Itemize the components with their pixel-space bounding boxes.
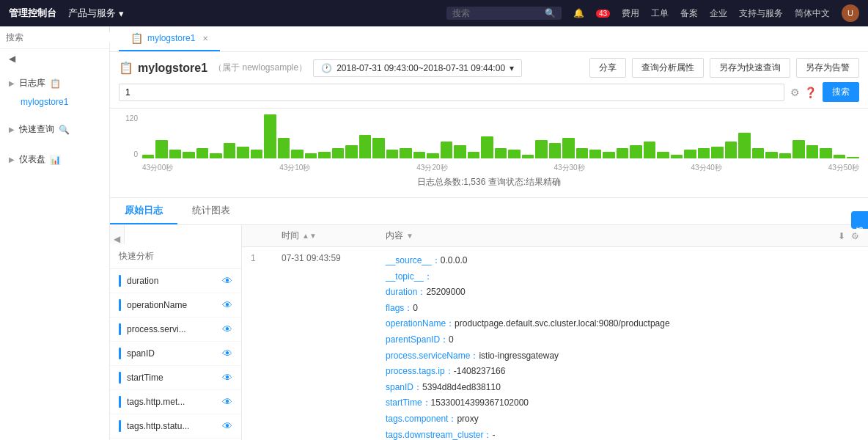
user-avatar[interactable]: U: [842, 4, 859, 22]
search-icon: 🔍: [545, 8, 556, 18]
store-title: 📋 mylogstore1: [119, 61, 207, 75]
chart-bar: [792, 140, 804, 158]
eye-icon[interactable]: 👁: [222, 275, 232, 287]
sidebar-search-input[interactable]: [6, 32, 116, 43]
log-key: process.serviceName：: [386, 351, 479, 361]
row-time: 07-31 09:43:59: [282, 253, 377, 263]
share-button[interactable]: 分享: [589, 58, 626, 78]
sidebar-item-logstore[interactable]: ▶ 日志库 📋: [0, 73, 109, 94]
save-query-button[interactable]: 另存为快速查询: [710, 58, 790, 78]
search-button[interactable]: 搜索: [823, 82, 859, 102]
qa-item-duration[interactable]: duration 👁: [110, 269, 241, 293]
chart-bar: [535, 140, 547, 158]
help-icon[interactable]: ❓: [804, 87, 817, 98]
content-area: 📋 mylogstore1 ✕ 📋 mylogstore1 （属于 newlog…: [110, 26, 868, 440]
chart-bar: [820, 148, 831, 158]
query-input-row: ⚙ ❓ 搜索: [119, 82, 859, 102]
chart-bar: [210, 153, 221, 158]
tab-bar: 📋 mylogstore1 ✕: [110, 26, 868, 52]
x-label-2: 43分20秒: [416, 163, 447, 173]
close-icon[interactable]: ✕: [202, 34, 208, 43]
eye-icon-6[interactable]: 👁: [222, 396, 232, 408]
log-key: tags.component：: [386, 414, 457, 424]
eye-icon-3[interactable]: 👁: [222, 323, 232, 335]
qa-item-tags-http-status[interactable]: tags.http.statu... 👁: [110, 414, 241, 439]
chart-bar: [589, 150, 601, 158]
chart-bar: [481, 136, 493, 158]
row-num: 1: [251, 253, 273, 263]
nav-item-language[interactable]: 简体中文: [795, 7, 830, 20]
settings-icon-2[interactable]: ⚙: [851, 231, 859, 241]
nav-item-enterprise[interactable]: 企业: [710, 7, 727, 20]
qa-item-tags-http-method[interactable]: tags.http.met... 👁: [110, 390, 241, 414]
nav-item-beian[interactable]: 备案: [680, 7, 698, 20]
qa-item-operationname[interactable]: operationName 👁: [110, 293, 241, 318]
notification-bell[interactable]: 🔔: [573, 8, 584, 18]
download-icon[interactable]: ⬇: [838, 231, 845, 241]
eye-icon-4[interactable]: 👁: [222, 348, 232, 359]
chart-bars: [142, 114, 859, 158]
chart-container: 120 0 43分00秒 43分10秒 43分20秒 43分30秒 43分40秒…: [119, 114, 859, 173]
time-range-button[interactable]: 🕐 2018-07-31 09:43:00~2018-07-31 09:44:0…: [313, 59, 522, 77]
sidebar-section-logstore: ▶ 日志库 📋 mylogstore1: [0, 68, 109, 114]
top-search-box: 🔍: [446, 7, 562, 20]
qa-item-process-service[interactable]: process.servi... 👁: [110, 318, 241, 342]
feedback-tab[interactable]: 反馈: [851, 211, 868, 229]
qa-item-spanid[interactable]: spanID 👁: [110, 342, 241, 366]
qa-bar: [119, 396, 121, 408]
chart-bar: [251, 150, 262, 158]
qa-item-starttime[interactable]: startTime 👁: [110, 366, 241, 390]
chart-area: 120 0 43分00秒 43分10秒 43分20秒 43分30秒 43分40秒…: [110, 109, 868, 198]
tab-stats-chart[interactable]: 统计图表: [177, 198, 245, 224]
analyze-button[interactable]: 查询分析属性: [632, 58, 704, 78]
sidebar-search: 🔍: [0, 26, 109, 49]
store-icon: 📋: [119, 61, 133, 75]
nav-item-fee[interactable]: 费用: [622, 7, 639, 20]
chart-bar: [196, 148, 208, 158]
table-row: 1 07-31 09:43:59 __source__：0.0.0.0 __to…: [242, 247, 868, 440]
chart-bar: [644, 142, 655, 158]
back-arrow[interactable]: ◀: [0, 49, 109, 68]
product-menu[interactable]: 产品与服务 ▾: [68, 7, 124, 20]
sidebar-item-quickquery[interactable]: ▶ 快速查询 🔍: [0, 119, 109, 140]
chart-bar: [468, 152, 479, 158]
chart-bar: [305, 153, 317, 158]
sort-asc-icon[interactable]: ▲▼: [302, 232, 317, 240]
qa-bar: [119, 348, 121, 359]
log-key: operationName：: [386, 318, 455, 329]
query-tools: ⚙ ❓: [790, 87, 817, 98]
chart-bar: [657, 152, 669, 158]
bell-icon: 🔔: [573, 8, 584, 18]
filter-icon[interactable]: ▼: [406, 232, 413, 240]
eye-icon-2[interactable]: 👁: [222, 299, 232, 311]
nav-item-ticket[interactable]: 工单: [651, 7, 669, 20]
chart-bar: [183, 152, 194, 158]
top-search-input[interactable]: [452, 8, 540, 18]
chart-bar: [562, 138, 574, 158]
settings-icon[interactable]: ⚙: [790, 87, 800, 98]
save-alert-button[interactable]: 另存为告警: [796, 58, 859, 78]
sidebar-item-dashboard[interactable]: ▶ 仪表盘 📊: [0, 149, 109, 170]
log-value: -1408237166: [454, 366, 506, 376]
x-label-1: 43分10秒: [279, 163, 310, 173]
chart-bar: [400, 148, 411, 158]
log-key: duration：: [386, 287, 426, 297]
tab-mylogstore1[interactable]: 📋 mylogstore1 ✕: [119, 26, 220, 51]
tab-raw-log[interactable]: 原始日志: [110, 198, 177, 224]
eye-icon-5[interactable]: 👁: [222, 372, 232, 384]
collapse-button[interactable]: ◀: [110, 225, 125, 244]
x-label-5: 43分50秒: [828, 163, 859, 173]
y-label-low: 0: [119, 150, 141, 158]
chart-bar: [738, 133, 750, 158]
eye-icon-7[interactable]: 👁: [222, 420, 232, 432]
chart-bar: [576, 148, 588, 158]
query-header: 📋 mylogstore1 （属于 newlogsample） 🕐 2018-0…: [119, 58, 859, 78]
tab-label: mylogstore1: [147, 33, 195, 43]
chart-bar: [725, 142, 737, 158]
qa-bar: [119, 372, 121, 384]
query-input[interactable]: [119, 84, 784, 101]
nav-item-support[interactable]: 支持与服务: [739, 7, 783, 20]
row-content: __source__：0.0.0.0 __topic__： duration：2…: [386, 253, 859, 440]
expand-icon-3: ▶: [9, 155, 15, 164]
sidebar-sub-mylogstore1[interactable]: mylogstore1: [0, 94, 109, 110]
